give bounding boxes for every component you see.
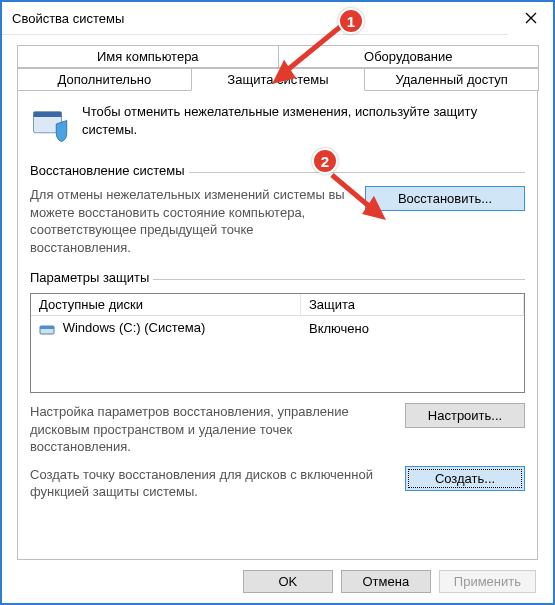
tab-system-protection[interactable]: Защита системы (191, 68, 366, 91)
drive-icon (39, 321, 55, 337)
create-description: Создать точку восстановления для дисков … (30, 466, 391, 501)
annotation-badge-2: 2 (312, 148, 338, 174)
tab-advanced[interactable]: Дополнительно (17, 68, 192, 91)
close-icon (525, 12, 537, 24)
configure-button[interactable]: Настроить... (405, 403, 525, 428)
annotation-badge-1: 1 (338, 8, 364, 34)
col-header-protection[interactable]: Защита (301, 294, 524, 315)
drives-table: Доступные диски Защита Windows (C:) (Сис… (30, 293, 525, 393)
drives-header: Доступные диски Защита (31, 294, 524, 316)
close-button[interactable] (508, 2, 553, 35)
intro-text: Чтобы отменить нежелательные изменения, … (82, 103, 525, 145)
group-title-settings: Параметры защиты (30, 270, 153, 285)
restore-description: Для отмены нежелательных изменений систе… (30, 186, 347, 256)
apply-button[interactable]: Применить (439, 570, 536, 593)
group-restore: Восстановление системы Для отмены нежела… (30, 163, 525, 256)
tab-row-top: Имя компьютера Оборудование (17, 45, 538, 68)
tab-content: Чтобы отменить нежелательные изменения, … (17, 90, 538, 560)
svg-rect-11 (40, 326, 54, 329)
configure-description: Настройка параметров восстановления, упр… (30, 403, 391, 456)
group-settings: Параметры защиты Доступные диски Защита … (30, 270, 525, 501)
window-title: Свойства системы (12, 11, 124, 26)
shield-icon (30, 103, 72, 145)
col-header-drives[interactable]: Доступные диски (31, 294, 301, 315)
restore-button[interactable]: Восстановить... (365, 186, 525, 211)
system-properties-window: 1 2 Свойства системы Имя компьютера Обор… (0, 0, 555, 605)
intro-section: Чтобы отменить нежелательные изменения, … (30, 103, 525, 145)
table-row[interactable]: Windows (C:) (Система) Включено (31, 316, 524, 341)
cancel-button[interactable]: Отмена (341, 570, 431, 593)
tab-computer-name[interactable]: Имя компьютера (17, 45, 279, 68)
create-button[interactable]: Создать... (405, 466, 525, 491)
drive-name: Windows (C:) (Система) (63, 320, 206, 335)
ok-button[interactable]: OK (243, 570, 333, 593)
dialog-buttons: OK Отмена Применить (243, 570, 536, 593)
group-title-restore: Восстановление системы (30, 163, 189, 178)
tab-hardware[interactable]: Оборудование (278, 45, 540, 68)
svg-rect-9 (34, 112, 62, 117)
titlebar: Свойства системы (2, 2, 553, 35)
drive-protection: Включено (301, 319, 524, 338)
tab-remote-access[interactable]: Удаленный доступ (364, 68, 539, 91)
tab-row-bottom: Дополнительно Защита системы Удаленный д… (17, 68, 538, 91)
